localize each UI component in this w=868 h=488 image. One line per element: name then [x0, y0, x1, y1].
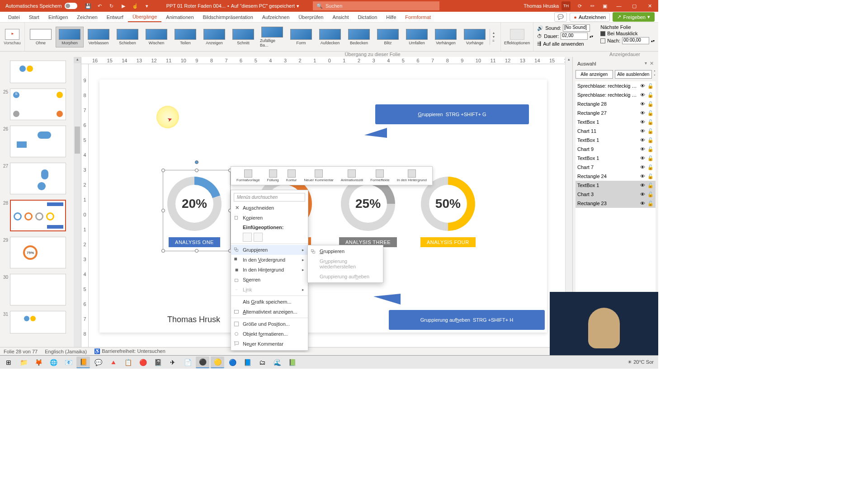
- restore-button[interactable]: ▢: [629, 1, 639, 11]
- transition-verhaengen[interactable]: Verhängen: [432, 27, 460, 47]
- hide-all-button[interactable]: Alle ausblenden: [615, 70, 652, 79]
- lock-toggle-icon[interactable]: 🔓: [647, 174, 654, 179]
- cm-cut[interactable]: Ausschneiden: [231, 203, 308, 213]
- cm-group[interactable]: Gruppieren▸: [231, 245, 308, 255]
- cm-size-position[interactable]: Größe und Position...: [231, 319, 308, 329]
- draw-icon[interactable]: ✏: [589, 2, 596, 9]
- selection-item[interactable]: Chart 3👁🔓: [576, 190, 656, 199]
- lock-toggle-icon[interactable]: 🔓: [647, 146, 654, 152]
- selection-item[interactable]: Rectangle 24👁🔓: [576, 172, 656, 181]
- edge-icon[interactable]: 🌊: [270, 357, 284, 368]
- mt-formeffekte[interactable]: Formeffekte: [367, 169, 393, 183]
- after-checkbox[interactable]: Nach:00:00,00▴▾: [600, 37, 655, 44]
- selection-item[interactable]: TextBox 1👁🔓: [576, 181, 656, 190]
- sm-group[interactable]: Gruppieren: [308, 246, 383, 256]
- transition-teilen[interactable]: Teilen: [171, 27, 199, 47]
- chrome-icon[interactable]: 🌐: [47, 357, 60, 368]
- transition-ohne[interactable]: Ohne: [27, 27, 55, 47]
- apply-all-button[interactable]: ⇶Auf alle anwenden: [537, 41, 593, 47]
- cm-format-object[interactable]: Objekt formatieren...: [231, 329, 308, 339]
- selpane-close[interactable]: ✕: [650, 61, 654, 66]
- tab-hilfe[interactable]: Hilfe: [382, 13, 401, 22]
- thumb-31[interactable]: [10, 311, 66, 333]
- selection-item[interactable]: Sprechblase: rechteckig m...👁🔓: [576, 90, 656, 99]
- slide-canvas[interactable]: ➤ Gruppieren STRG +SHIFT+ G 20% ANALYSIS…: [99, 80, 547, 333]
- mt-fuellung[interactable]: Füllung: [264, 169, 283, 183]
- selection-item[interactable]: Sprechblase: rechteckig m...👁🔓: [576, 81, 656, 90]
- visibility-icon[interactable]: 👁: [640, 174, 646, 179]
- thumb-29[interactable]: 75%: [10, 237, 66, 268]
- transition-wischen[interactable]: Wischen: [142, 27, 170, 47]
- duration-input[interactable]: 02,00: [561, 33, 588, 40]
- mt-formatvorlage[interactable]: Formatvorlage: [233, 169, 264, 183]
- mt-kontur[interactable]: Kontur: [283, 169, 301, 183]
- visibility-icon[interactable]: 👁: [640, 155, 646, 161]
- lock-toggle-icon[interactable]: 🔓: [647, 137, 654, 143]
- app-icon-4[interactable]: 📄: [181, 357, 194, 368]
- visibility-icon[interactable]: 👁: [640, 183, 646, 188]
- app-icon-7[interactable]: 📘: [241, 357, 254, 368]
- sound-select[interactable]: [No Sound]: [563, 24, 590, 32]
- thumb-27[interactable]: [10, 163, 66, 194]
- powerpoint-icon[interactable]: 📙: [76, 357, 90, 368]
- callout-group-shortcut[interactable]: Gruppieren STRG +SHIFT+ G: [375, 104, 529, 124]
- preview-button[interactable]: Vorschau: [0, 23, 25, 51]
- visibility-icon[interactable]: 👁: [640, 192, 646, 197]
- selection-item[interactable]: TextBox 1👁🔓: [576, 117, 656, 127]
- selection-item[interactable]: TextBox 1👁🔓: [576, 154, 656, 163]
- outlook-icon[interactable]: 📧: [61, 357, 75, 368]
- tab-ueberpruefen[interactable]: Überprüfen: [294, 13, 328, 22]
- gallery-expand[interactable]: ▴▾≡: [490, 29, 497, 45]
- obs-icon[interactable]: ⚫: [196, 357, 209, 368]
- accessibility-check[interactable]: ♿ Barrierefreiheit: Untersuchen: [94, 348, 165, 354]
- explorer-icon[interactable]: 📁: [17, 357, 30, 368]
- on-click-checkbox[interactable]: Bei Mausklick: [600, 31, 655, 36]
- transition-anzeigen[interactable]: Anzeigen: [200, 27, 228, 47]
- search-box[interactable]: 🔍 Suchen: [313, 1, 439, 10]
- selection-item[interactable]: Rectangle 23👁🔓: [576, 199, 656, 208]
- visibility-icon[interactable]: 👁: [640, 164, 646, 170]
- selection-item[interactable]: Chart 7👁🔓: [576, 163, 656, 172]
- transition-aufdecken[interactable]: Aufdecken: [316, 27, 344, 47]
- app-icon-5[interactable]: 🟡: [211, 357, 224, 368]
- user-account[interactable]: Thomas Hruska TH: [524, 1, 571, 10]
- app-icon-6[interactable]: 🔵: [226, 357, 239, 368]
- visibility-icon[interactable]: 👁: [640, 83, 646, 89]
- transition-schieben[interactable]: Schieben: [113, 27, 142, 47]
- record-button[interactable]: ●Aufzeichnen: [570, 13, 610, 22]
- save-icon[interactable]: 💾: [85, 2, 92, 9]
- slide-editor[interactable]: 1615141312111098765432101234567891011121…: [81, 57, 572, 352]
- app-icon-8[interactable]: 🗂: [255, 357, 269, 368]
- selection-item[interactable]: Rectangle 28👁🔓: [576, 99, 656, 108]
- mt-animationsstil[interactable]: Animationsstil: [337, 169, 367, 183]
- telegram-icon[interactable]: ✈: [166, 357, 179, 368]
- paste-picture[interactable]: [254, 233, 263, 242]
- tab-start[interactable]: Start: [24, 13, 44, 22]
- firefox-icon[interactable]: 🦊: [32, 357, 45, 368]
- lock-toggle-icon[interactable]: 🔓: [647, 119, 654, 125]
- lock-toggle-icon[interactable]: 🔓: [647, 164, 654, 170]
- lock-toggle-icon[interactable]: 🔓: [647, 110, 654, 116]
- transition-schnitt[interactable]: Schnitt: [229, 27, 257, 47]
- menu-search[interactable]: Menüs durchsuchen: [234, 193, 305, 202]
- cm-alt-text[interactable]: Alternativtext anzeigen...: [231, 307, 308, 317]
- share-button[interactable]: ↗Freigeben▾: [613, 12, 655, 22]
- selection-item[interactable]: Chart 11👁🔓: [576, 127, 656, 136]
- tab-datei[interactable]: Datei: [4, 13, 24, 22]
- close-button[interactable]: ✕: [645, 1, 655, 11]
- tab-animationen[interactable]: Animationen: [161, 13, 198, 22]
- tab-formformat[interactable]: Formformat: [401, 13, 435, 22]
- selection-item[interactable]: Chart 9👁🔓: [576, 145, 656, 154]
- transition-blitz[interactable]: Blitz: [374, 27, 402, 47]
- tab-einfuegen[interactable]: Einfügen: [44, 13, 72, 22]
- tab-ansicht[interactable]: Ansicht: [328, 13, 353, 22]
- paste-keep-source[interactable]: [243, 233, 252, 242]
- lock-toggle-icon[interactable]: 🔓: [647, 201, 654, 206]
- transition-morphen[interactable]: Morphen: [56, 27, 84, 47]
- transition-bedecken[interactable]: Bedecken: [345, 27, 373, 47]
- toggle-icon[interactable]: [65, 3, 77, 9]
- transition-zufaellige[interactable]: Zufällige Ba...: [258, 25, 286, 49]
- app-icon-2[interactable]: 📋: [121, 357, 135, 368]
- transition-form[interactable]: Form: [287, 27, 315, 47]
- mt-hintergrund[interactable]: In den Hintergrund: [393, 169, 430, 183]
